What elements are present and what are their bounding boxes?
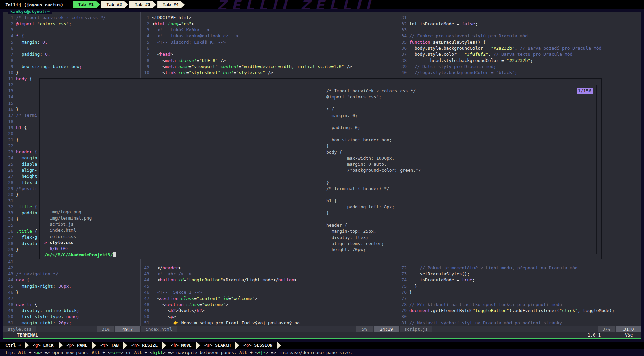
line-number: 78 bbox=[396, 302, 407, 307]
line-number: 35 bbox=[3, 223, 13, 228]
finder-separator-line bbox=[72, 249, 318, 249]
keybind-hint-session[interactable]: <o> SESSION bbox=[241, 342, 277, 349]
keybind-hint-search[interactable]: <s> SEARCH bbox=[202, 342, 235, 349]
arrow-separator-icon bbox=[196, 342, 200, 349]
line-number: 24 bbox=[3, 155, 13, 160]
line-number: 3 bbox=[139, 27, 149, 32]
line-number: 38 bbox=[3, 241, 13, 246]
line-number: 5 bbox=[3, 40, 13, 45]
line-number: 29 bbox=[3, 186, 13, 191]
line-number: 49 bbox=[139, 308, 149, 313]
line-number: 9 bbox=[139, 64, 149, 69]
statusline-style.css: style.css31%49:7 bbox=[3, 326, 140, 332]
line-number: 77 bbox=[396, 296, 407, 301]
line-number: 39 bbox=[396, 64, 407, 69]
keybind-hint-lock[interactable]: <g> LOCK bbox=[31, 342, 59, 349]
line-number: 36 bbox=[3, 229, 13, 234]
statusline-lineinfo: 31:0 bbox=[616, 326, 641, 332]
preview-line: } bbox=[326, 143, 329, 148]
line-number: 5 bbox=[139, 40, 149, 45]
line-number: 47 bbox=[3, 296, 13, 301]
preview-line: body { bbox=[326, 150, 342, 155]
keybind-hint-resize[interactable]: <n> RESIZE bbox=[129, 342, 162, 349]
line-number: 33 bbox=[396, 27, 407, 32]
statusline-lineinfo: 49:7 bbox=[115, 326, 140, 332]
arrow-separator-icon bbox=[162, 342, 166, 349]
selection-pointer-icon: > bbox=[44, 240, 47, 245]
floating-finder-window[interactable]: img/logo.pngimg/terminal.pngscript.jsind… bbox=[39, 78, 602, 259]
keybind-hint-pane[interactable]: <p> PANE bbox=[65, 342, 92, 349]
line-number: 3 bbox=[3, 27, 13, 32]
pane-title: kankys@skynet:~ bbox=[8, 9, 52, 14]
line-number: 8 bbox=[3, 58, 13, 63]
file-preview-pane: 1/156 /* Import barviček z colors.css */… bbox=[323, 85, 597, 254]
session-name: Zellij (joyous-cactus) bbox=[0, 2, 63, 7]
line-number: 8 bbox=[139, 58, 149, 63]
preview-line: * { bbox=[326, 107, 334, 112]
line-number: 51 bbox=[139, 320, 149, 325]
line-number: 11 bbox=[3, 76, 13, 81]
tab-tab-4[interactable]: Tab #4 bbox=[157, 1, 185, 8]
line-number: 31 bbox=[396, 15, 407, 20]
preview-line: max-width: 1000px; bbox=[326, 156, 395, 161]
preview-line: /*background-color: green;*/ bbox=[326, 168, 421, 173]
line-number: 10 bbox=[139, 70, 149, 75]
line-number: 51 bbox=[3, 320, 13, 325]
line-number: 17 bbox=[3, 113, 13, 118]
preview-line: @import "colors.css"; bbox=[326, 94, 381, 100]
line-number: 23 bbox=[3, 149, 13, 154]
statusline-percent: 5% bbox=[356, 326, 373, 332]
statusline-percent: 37% bbox=[598, 326, 615, 332]
preview-line: height: 70px; bbox=[326, 247, 366, 252]
line-number: 72 bbox=[396, 265, 407, 270]
tab-bar: Tab #1Tab #2Tab #3Tab #4 bbox=[73, 1, 186, 8]
statusline-filename: index.html bbox=[141, 326, 177, 332]
line-number: 4 bbox=[139, 33, 149, 38]
line-number: 31 bbox=[3, 198, 13, 203]
line-number: 44 bbox=[3, 277, 13, 282]
line-number: 45 bbox=[139, 284, 149, 289]
preview-line: box-sizing: border-box; bbox=[326, 137, 392, 142]
line-number: 34 bbox=[3, 216, 13, 222]
line-number: 44 bbox=[139, 277, 149, 282]
zellij-status-bar: Ctrl + <g> LOCK<p> PANE<t> TAB<n> RESIZE… bbox=[0, 342, 644, 349]
line-number: 41 bbox=[3, 259, 13, 264]
preview-scrollbar[interactable] bbox=[594, 95, 594, 249]
line-number: 49 bbox=[3, 308, 13, 313]
line-number: 15 bbox=[3, 101, 13, 106]
line-number: 18 bbox=[3, 119, 13, 124]
preview-line: header { bbox=[326, 223, 347, 228]
ctrl-prefix-label: Ctrl + bbox=[0, 342, 25, 349]
line-number: 32 bbox=[3, 204, 13, 209]
preview-line: } bbox=[326, 210, 329, 215]
arrow-separator-icon bbox=[277, 342, 281, 349]
line-number: 36 bbox=[396, 46, 407, 51]
background-logo-decor: ZELLIJ ZELLIJ bbox=[217, 0, 414, 9]
line-number: 46 bbox=[139, 290, 149, 295]
line-number: 28 bbox=[3, 180, 13, 185]
tab-tab-2[interactable]: Tab #2 bbox=[101, 1, 128, 8]
preview-line: padding-left: 8px; bbox=[326, 204, 395, 209]
keybind-hint-tab[interactable]: <t> TAB bbox=[98, 342, 123, 349]
line-number: 1 bbox=[3, 15, 13, 20]
keybind-hint-move[interactable]: <h> MOVE bbox=[168, 342, 196, 349]
finder-prompt-input[interactable]: /m/s/M/G/AkademieProjekt3/ bbox=[44, 252, 116, 259]
vim-mode-indicator: -- TERMINAL -- bbox=[9, 332, 46, 338]
line-number: 48 bbox=[139, 302, 149, 307]
preview-line: h1 { bbox=[326, 198, 337, 203]
arrow-separator-icon bbox=[123, 342, 127, 349]
statusline-filename: style.css bbox=[3, 326, 36, 332]
line-number: 32 bbox=[396, 21, 407, 26]
statusline-index.html: index.html5%24:19 bbox=[141, 326, 399, 332]
tab-tab-1[interactable]: Tab #1 bbox=[73, 1, 100, 8]
line-number: 12 bbox=[3, 82, 13, 87]
tab-tab-3[interactable]: Tab #3 bbox=[129, 1, 156, 8]
line-number: 43 bbox=[3, 271, 13, 276]
line-number: 45 bbox=[3, 284, 13, 289]
line-number: 20 bbox=[3, 131, 13, 136]
line-number: 35 bbox=[396, 40, 407, 45]
line-number: 30 bbox=[3, 192, 13, 197]
preview-line: margin: 0; bbox=[326, 113, 358, 118]
zellij-screen: Zellij (joyous-cactus) Tab #1Tab #2Tab #… bbox=[0, 0, 644, 356]
line-number: 73 bbox=[396, 271, 407, 276]
